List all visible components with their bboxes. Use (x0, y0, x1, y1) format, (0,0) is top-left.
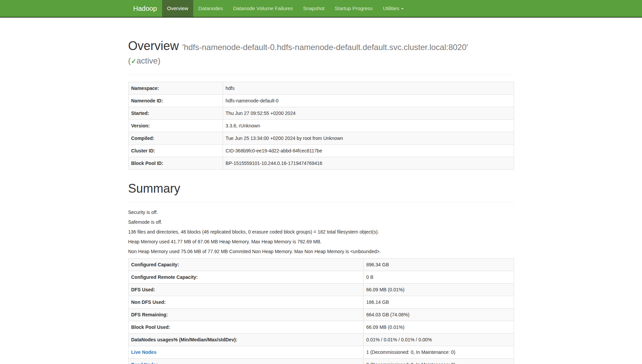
info-label: Started: (128, 107, 223, 120)
info-label: Namespace: (128, 82, 223, 95)
summary-label: DFS Remaining: (128, 308, 363, 321)
check-icon: ✓ (131, 57, 137, 65)
nav-link-utilities[interactable]: Utilities (378, 0, 408, 17)
status-label: active (136, 56, 158, 65)
info-row: Block Pool ID:BP-1515559101-10.244.0.16-… (128, 157, 514, 170)
summary-line: Safemode is off. (128, 219, 514, 226)
info-value: 3.3.6, rUnknown (223, 120, 514, 132)
info-row: Started:Thu Jun 27 09:52:55 +0200 2024 (128, 107, 514, 120)
nav-item-overview: Overview (162, 0, 194, 17)
info-row: Namespace:hdfs (128, 82, 514, 95)
info-row: Compiled:Tue Jun 25 13:34:00 +0200 2024 … (128, 132, 514, 145)
info-label: Block Pool ID: (128, 157, 223, 170)
info-value: CID-368b9fc0-ee19-4d22-abbd-84fcec8117be (223, 145, 514, 157)
summary-label: Dead Nodes (128, 358, 363, 364)
summary-value: 66.09 MB (0.01%) (363, 321, 514, 333)
summary-header: Summary (128, 182, 514, 202)
info-label: Version: (128, 120, 223, 132)
summary-label: DFS Used: (128, 283, 363, 296)
summary-row: Block Pool Used:66.09 MB (0.01%) (128, 321, 514, 333)
summary-label: Configured Remote Capacity: (128, 271, 363, 283)
dead-nodes-link[interactable]: Dead Nodes (131, 362, 159, 364)
summary-value: 0 B (363, 271, 514, 283)
info-label: Compiled: (128, 132, 223, 145)
summary-value: 0.01% / 0.01% / 0.01% / 0.00% (363, 333, 514, 346)
summary-value: 186.14 GB (363, 296, 514, 308)
info-value: Tue Jun 25 13:34:00 +0200 2024 by root f… (223, 132, 514, 145)
summary-row: DFS Remaining:664.03 GB (74.08%) (128, 308, 514, 321)
info-value: BP-1515559101-10.244.0.16-1719474769416 (223, 157, 514, 170)
summary-label: Non DFS Used: (128, 296, 363, 308)
summary-line: Non Heap Memory used 75.06 MB of 77.92 M… (128, 248, 514, 255)
info-value: hdfs (223, 82, 514, 95)
summary-title: Summary (128, 182, 514, 195)
summary-row: Non DFS Used:186.14 GB (128, 296, 514, 308)
info-label: Namenode ID: (128, 95, 223, 107)
navbar: Hadoop OverviewDatanodesDatanode Volume … (0, 0, 642, 18)
summary-value: 66.09 MB (0.01%) (363, 283, 514, 296)
nav-link-datanode-volume-failures[interactable]: Datanode Volume Failures (228, 0, 298, 17)
live-nodes-link[interactable]: Live Nodes (131, 349, 157, 355)
summary-line: Security is off. (128, 209, 514, 216)
summary-row: Configured Capacity:896.34 GB (128, 258, 514, 271)
summary-line: 136 files and directories, 46 blocks (46… (128, 229, 514, 236)
summary-row: DFS Used:66.09 MB (0.01%) (128, 283, 514, 296)
summary-value: 664.03 GB (74.08%) (363, 308, 514, 321)
nav-item-datanode-volume-failures: Datanode Volume Failures (228, 0, 298, 17)
status-paren-close: ) (158, 56, 160, 65)
nav-link-snapshot[interactable]: Snapshot (298, 0, 329, 17)
navbar-nav: OverviewDatanodesDatanode Volume Failure… (162, 0, 409, 17)
overview-header: Overview 'hdfs-namenode-default-0.hdfs-n… (128, 39, 514, 75)
nav-link-datanodes[interactable]: Datanodes (193, 0, 228, 17)
info-label: Cluster ID: (128, 145, 223, 157)
namenode-address: 'hdfs-namenode-default-0.hdfs-namenode-d… (182, 43, 468, 52)
page-title: Overview 'hdfs-namenode-default-0.hdfs-n… (128, 39, 514, 54)
status-paren-open: ( (128, 56, 131, 65)
summary-label: Live Nodes (128, 346, 363, 358)
summary-table: Configured Capacity:896.34 GBConfigured … (128, 258, 514, 364)
summary-label: DataNodes usages% (Min/Median/Max/stdDev… (128, 333, 363, 346)
main-content: Overview 'hdfs-namenode-default-0.hdfs-n… (123, 24, 519, 364)
info-value: hdfs-namenode-default-0 (223, 95, 514, 107)
summary-row: Live Nodes1 (Decommissioned: 0, In Maint… (128, 346, 514, 358)
summary-row: DataNodes usages% (Min/Median/Max/stdDev… (128, 333, 514, 346)
summary-paragraphs: Security is off.Safemode is off.136 file… (128, 209, 514, 255)
info-value: Thu Jun 27 09:52:55 +0200 2024 (223, 107, 514, 120)
info-row: Version:3.3.6, rUnknown (128, 120, 514, 132)
navbar-brand[interactable]: Hadoop (128, 0, 162, 17)
summary-label: Block Pool Used: (128, 321, 363, 333)
summary-row: Dead Nodes0 (Decommissioned: 0, In Maint… (128, 358, 514, 364)
info-row: Cluster ID:CID-368b9fc0-ee19-4d22-abbd-8… (128, 145, 514, 157)
overview-title-text: Overview (128, 39, 179, 53)
info-row: Namenode ID:hdfs-namenode-default-0 (128, 95, 514, 107)
nav-item-datanodes: Datanodes (193, 0, 228, 17)
summary-row: Configured Remote Capacity:0 B (128, 271, 514, 283)
nav-item-snapshot: Snapshot (298, 0, 329, 17)
nav-link-overview[interactable]: Overview (162, 0, 194, 17)
summary-line: Heap Memory used 41.77 MB of 87.06 MB He… (128, 239, 514, 245)
namenode-info-table: Namespace:hdfsNamenode ID:hdfs-namenode-… (128, 82, 514, 170)
nav-item-startup-progress: Startup Progress (330, 0, 378, 17)
summary-value: 896.34 GB (363, 258, 514, 271)
namenode-status: (✓active) (128, 54, 514, 68)
nav-link-startup-progress[interactable]: Startup Progress (330, 0, 378, 17)
nav-item-utilities: Utilities (378, 0, 408, 17)
summary-value: 1 (Decommissioned: 0, In Maintenance: 0) (363, 346, 514, 358)
summary-value: 0 (Decommissioned: 0, In Maintenance: 0) (363, 358, 514, 364)
summary-label: Configured Capacity: (128, 258, 363, 271)
caret-down-icon (401, 8, 404, 9)
